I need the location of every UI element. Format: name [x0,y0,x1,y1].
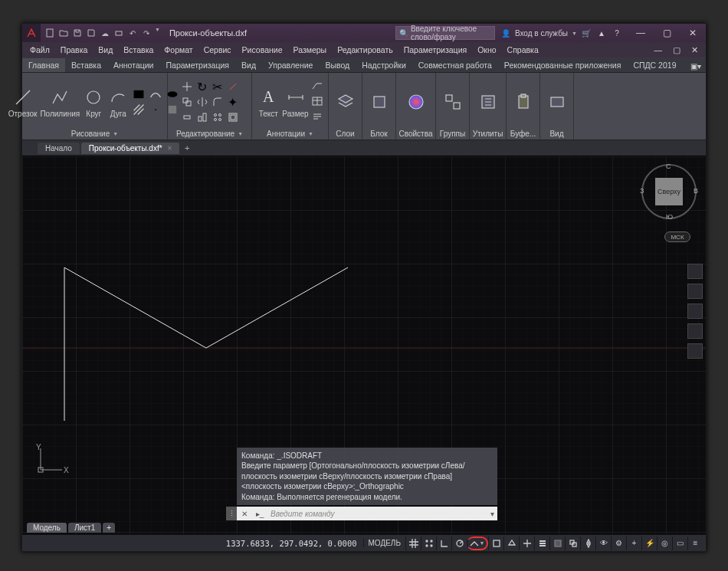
cmd-drag-handle-icon[interactable]: ⋮ [226,507,237,520]
ribbon-tab-addins[interactable]: Надстройки [356,58,412,72]
ribbon-tab-insert[interactable]: Вставка [65,58,107,72]
annotation-monitor-icon[interactable]: + [626,537,641,550]
3dosnap-toggle-icon[interactable] [503,537,519,550]
text-button[interactable]: AТекст [257,87,279,118]
ortho-toggle-icon[interactable] [436,537,451,550]
ribbon-collapse-icon[interactable]: ▣▾ [686,61,706,72]
qat-save-icon[interactable] [71,27,84,39]
qat-dropdown-icon[interactable]: ▼ [155,27,160,39]
ribbon-tab-spds[interactable]: СПДС 2019 [627,58,682,72]
layout-tab-model[interactable]: Модель [27,523,67,533]
utilities-button[interactable] [477,91,499,113]
grid-toggle-icon[interactable] [405,537,421,550]
properties-button[interactable] [405,91,427,113]
doc-restore-icon[interactable]: ▢ [668,44,685,56]
file-tab-start[interactable]: Начало [38,143,80,154]
help-search-input[interactable]: 🔍Введите ключевое слово/фразу [395,26,495,40]
menu-window[interactable]: Окно [473,44,500,56]
qat-saveas-icon[interactable] [85,27,97,39]
viewcube-e[interactable]: В [694,187,698,195]
point-icon[interactable]: · [149,103,162,116]
fillet-icon[interactable] [211,95,225,109]
ribbon-tab-annotate[interactable]: Аннотации [107,58,160,72]
rotate-icon[interactable]: ↻ [195,80,209,94]
transparency-toggle-icon[interactable] [549,537,565,550]
layers-button[interactable] [335,91,356,113]
menu-insert[interactable]: Вставка [119,44,158,56]
mtext-icon[interactable] [312,110,323,124]
circle-button[interactable]: Круг [83,87,104,118]
menu-edit[interactable]: Правка [56,44,92,56]
panel-modify-label[interactable]: Редактирование▼ [172,128,247,138]
panel-draw-label[interactable]: Рисование▼ [27,128,162,138]
mirror-icon[interactable] [195,95,209,109]
menu-parametric[interactable]: Параметризация [399,44,472,56]
ribbon-tab-collab[interactable]: Совместная работа [412,58,498,72]
layout-tab-sheet1[interactable]: Лист1 [68,523,101,533]
erase-icon[interactable] [226,80,240,94]
menu-draw[interactable]: Рисование [238,44,287,56]
rect-icon[interactable] [132,87,146,101]
layout-tab-add-button[interactable]: + [103,523,115,533]
model-space-button[interactable]: МОДЕЛЬ [363,539,405,547]
ribbon-tab-view[interactable]: Вид [235,58,262,72]
customize-icon[interactable]: ≡ [687,537,703,550]
menu-format[interactable]: Формат [159,44,197,56]
hatch-icon[interactable] [132,103,146,116]
doc-minimize-icon[interactable]: — [650,44,667,56]
viewcube-s[interactable]: Ю [666,213,673,221]
dimension-button[interactable]: Размер [282,87,308,118]
polyline-button[interactable]: Полилиния [40,87,80,118]
isolate-icon[interactable]: ◎ [657,537,672,550]
polar-toggle-icon[interactable] [451,537,467,550]
ribbon-tab-output[interactable]: Вывод [319,58,356,72]
line-button[interactable]: Отрезок [8,87,38,118]
copy-icon[interactable] [180,95,194,109]
groups-button[interactable] [442,91,464,113]
qat-new-icon[interactable] [44,27,56,39]
spline-icon[interactable] [149,87,162,101]
hardware-accel-icon[interactable]: ⚡ [641,537,657,550]
snap-toggle-icon[interactable] [421,537,436,550]
menu-view[interactable]: Вид [93,44,117,56]
doc-close-icon[interactable]: ✕ [687,44,703,56]
help-icon[interactable]: ? [611,27,623,39]
ribbon-tab-manage[interactable]: Управление [262,58,319,72]
qat-undo-icon[interactable]: ↶ [126,27,139,39]
menu-file[interactable]: Файл [25,44,54,56]
cmd-recent-dropdown-icon[interactable]: ▾ [487,510,497,518]
nav-orbit-icon[interactable] [687,323,703,339]
wcs-badge[interactable]: МСК [664,231,690,242]
isodraft-toggle-icon[interactable]: ▼ [467,537,488,550]
signin-label[interactable]: Вход в службы [515,29,568,38]
qat-open-icon[interactable] [57,27,70,39]
cleanscreen-icon[interactable]: ▭ [672,537,687,550]
menu-dimension[interactable]: Размеры [289,44,332,56]
ribbon-tab-parametric[interactable]: Параметризация [160,58,236,72]
block-button[interactable] [369,91,390,113]
panel-annot-label[interactable]: Аннотации▼ [257,128,323,138]
nav-pan-icon[interactable] [687,284,703,299]
table-icon[interactable] [312,95,323,109]
viewcube[interactable]: Сверху С Ю В З [641,164,697,219]
menu-help[interactable]: Справка [503,44,543,56]
close-button[interactable]: ✕ [680,24,706,42]
osnap-toggle-icon[interactable] [488,537,503,550]
leader-icon[interactable] [312,80,323,94]
exchange-icon[interactable]: ▲ [595,27,608,39]
annoscale-icon[interactable] [580,537,595,550]
nav-showmotion-icon[interactable] [687,343,703,359]
viewcube-top-face[interactable]: Сверху [655,178,683,205]
nav-zoom-icon[interactable] [687,304,703,319]
cart-icon[interactable]: 🛒 [580,27,592,39]
drawing-canvas[interactable]: Сверху С Ю В З МСК Y X Команда: _.ISODRA [22,156,706,534]
annovisible-icon[interactable]: 👁 [595,537,611,550]
signin-icon[interactable]: 👤 [500,27,512,39]
explode-icon[interactable]: ✦ [226,95,240,109]
menu-tools[interactable]: Сервис [199,44,236,56]
array-icon[interactable] [211,110,225,124]
workspace-icon[interactable]: ⚙ [611,537,626,550]
qat-plot-icon[interactable] [113,27,125,39]
move-icon[interactable] [180,80,194,94]
clipboard-button[interactable] [513,91,534,113]
